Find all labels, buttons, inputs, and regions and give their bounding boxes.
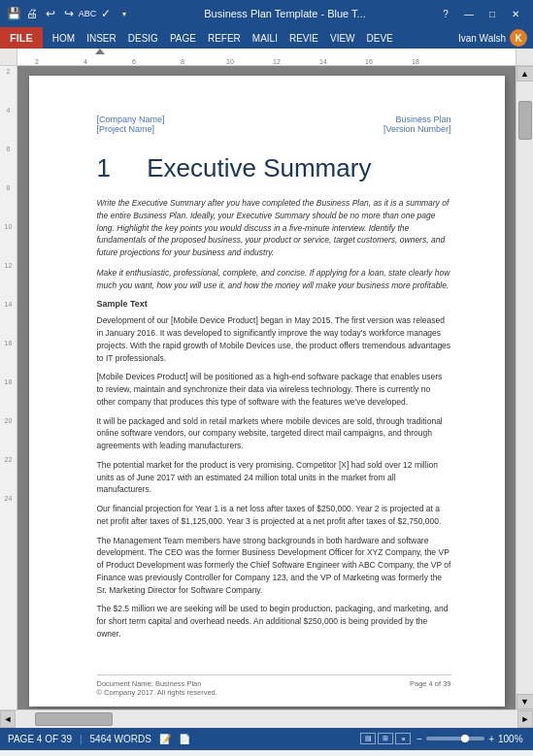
user-initial: K	[515, 33, 521, 44]
body-para-1: Development of our [Mobile Device Produc…	[97, 314, 451, 364]
vruler-18: 18	[2, 378, 16, 417]
redo-icon[interactable]: ↪	[61, 6, 77, 21]
document-page: [Company Name] [Project Name] Business P…	[29, 76, 505, 707]
save-icon[interactable]: 💾	[6, 6, 21, 21]
ruler-mark-16: 16	[365, 58, 373, 65]
window-controls: — □ ✕	[457, 4, 527, 23]
main-area: 2 4 6 8 10 12 14 16 18 20 22 24 [Company…	[0, 66, 533, 709]
dropdown-icon[interactable]: ▾	[117, 6, 132, 21]
body-para-4: The potential market for the product is …	[97, 459, 451, 496]
user-avatar[interactable]: K	[510, 29, 527, 47]
scroll-right-button[interactable]: ►	[517, 710, 533, 728]
help-icon[interactable]: ?	[438, 6, 453, 21]
tab-developer[interactable]: DEVE	[361, 27, 399, 49]
ruler-mark-12: 12	[273, 58, 281, 65]
tab-references[interactable]: REFER	[202, 27, 247, 49]
vruler-24: 24	[2, 495, 16, 534]
scroll-thumb[interactable]	[518, 101, 532, 140]
vruler-16: 16	[2, 340, 16, 378]
toolbar-icons: 💾 🖨 ↩ ↪ ABC ✓ ▾	[6, 6, 132, 21]
user-name: Ivan Walsh	[458, 33, 506, 44]
body-para-6: The Management Team members have strong …	[97, 535, 451, 597]
ruler-container: 2 4 6 8 10 12 14 16 18	[0, 49, 533, 66]
tab-review[interactable]: REVIE	[283, 27, 324, 49]
zoom-plus[interactable]: +	[488, 734, 494, 744]
intro-paragraph-2: Make it enthusiastic, professional, comp…	[97, 267, 451, 292]
layout-icon-status: 📄	[179, 734, 190, 744]
vruler-4: 4	[2, 107, 16, 146]
tab-design[interactable]: DESIG	[122, 27, 164, 49]
page-footer: Document Name: Business Plan Page 4 of 3…	[97, 674, 451, 697]
vertical-scrollbar: ▲ ▼	[516, 66, 533, 709]
window-title: Business Plan Template - Blue T...	[136, 8, 434, 19]
scroll-up-button[interactable]: ▲	[516, 66, 534, 82]
view-icons: ▤ ⊞ ≡	[360, 733, 411, 744]
word-count-status: 5464 WORDS	[90, 734, 151, 744]
indent-marker[interactable]	[95, 49, 105, 54]
section-heading: 1 Executive Summary	[97, 153, 451, 183]
footer-row: Document Name: Business Plan Page 4 of 3…	[97, 679, 451, 688]
print-icon[interactable]: 🖨	[24, 6, 40, 21]
spell-icon[interactable]: ABC	[80, 6, 95, 21]
track-icon-status: 📝	[159, 734, 171, 744]
vruler-2: 2	[2, 68, 16, 107]
vruler-20: 20	[2, 417, 16, 456]
zoom-level: 100%	[498, 734, 525, 744]
vertical-ruler: 2 4 6 8 10 12 14 16 18 20 22 24	[0, 66, 17, 709]
zoom-slider[interactable]	[426, 737, 484, 740]
title-bar: 💾 🖨 ↩ ↪ ABC ✓ ▾ Business Plan Template -…	[0, 0, 533, 27]
zoom-area: − + 100%	[416, 734, 525, 744]
zoom-thumb	[461, 735, 469, 742]
print-view-icon[interactable]: ▤	[360, 733, 376, 744]
undo-icon[interactable]: ↩	[43, 6, 58, 21]
footer-copyright-row: © Company 2017. All rights reserved.	[97, 688, 451, 697]
zoom-minus[interactable]: −	[416, 734, 422, 744]
tab-insert[interactable]: INSER	[81, 27, 122, 49]
word-count-text: 5464 WORDS	[90, 734, 151, 744]
h-scroll-track[interactable]	[16, 710, 517, 728]
page-status: PAGE 4 OF 39	[8, 734, 72, 744]
ruler-mark-18: 18	[412, 58, 419, 65]
tab-page[interactable]: PAGE	[164, 27, 202, 49]
footer-doc-name: Document Name: Business Plan	[97, 679, 202, 688]
close-button[interactable]: ✕	[504, 4, 527, 23]
tab-home[interactable]: HOM	[47, 27, 81, 49]
section-number: 1	[97, 153, 111, 182]
vruler-6: 6	[2, 146, 16, 184]
vruler-8: 8	[2, 184, 16, 223]
layout-icon: 📄	[179, 734, 190, 744]
doc-type: Business Plan	[383, 115, 451, 124]
ruler-mark-6: 6	[132, 58, 136, 65]
scroll-down-button[interactable]: ▼	[516, 694, 534, 709]
minimize-button[interactable]: —	[457, 4, 481, 23]
ruler-mark-4: 4	[83, 58, 87, 65]
tab-view[interactable]: VIEW	[324, 27, 361, 49]
horizontal-ruler: 2 4 6 8 10 12 14 16 18	[17, 49, 516, 66]
web-view-icon[interactable]: ⊞	[378, 733, 393, 744]
check-icon[interactable]: ✓	[98, 6, 114, 21]
status-separator-1: |	[80, 734, 83, 744]
page-header: [Company Name] [Project Name] Business P…	[97, 115, 451, 134]
file-tab[interactable]: FILE	[0, 27, 43, 49]
version-number: [Version Number]	[383, 124, 451, 134]
h-scroll-thumb[interactable]	[35, 712, 113, 726]
maximize-button[interactable]: □	[481, 4, 504, 23]
vruler-10: 10	[2, 223, 16, 262]
page-info-text: PAGE 4 OF 39	[8, 734, 72, 744]
status-right: ▤ ⊞ ≡ − + 100%	[360, 733, 525, 744]
track-icon: 📝	[159, 734, 171, 744]
ribbon-tabs: HOM INSER DESIG PAGE REFER MAILI REVIE V…	[43, 27, 452, 49]
tab-mailings[interactable]: MAILI	[247, 27, 283, 49]
company-name: [Company Name]	[97, 115, 165, 124]
scroll-left-button[interactable]: ◄	[0, 710, 16, 728]
read-view-icon[interactable]: ≡	[395, 733, 411, 744]
vruler-22: 22	[2, 456, 16, 495]
sample-label: Sample Text	[97, 299, 451, 309]
header-right: Business Plan [Version Number]	[383, 115, 451, 134]
vruler-14: 14	[2, 301, 16, 340]
ruler-mark-2: 2	[35, 58, 39, 65]
ruler-mark-10: 10	[226, 58, 234, 65]
footer-page-num: Page 4 of 39	[410, 679, 451, 688]
user-area: Ivan Walsh K	[452, 29, 533, 47]
scroll-track[interactable]	[516, 82, 534, 694]
